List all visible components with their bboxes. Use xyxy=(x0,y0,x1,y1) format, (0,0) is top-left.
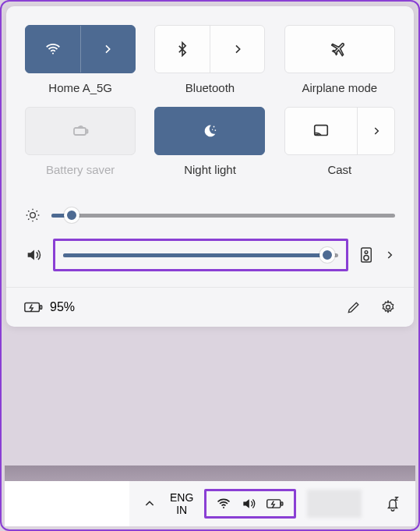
chevron-right-icon xyxy=(231,43,244,55)
battery-charging-icon xyxy=(266,497,284,511)
tiles-grid: Home A_5G Bluetooth xyxy=(25,25,395,176)
bluetooth-icon xyxy=(175,41,190,57)
tray-overflow-button[interactable] xyxy=(143,497,156,510)
svg-point-10 xyxy=(365,251,368,254)
svg-point-5 xyxy=(212,129,213,129)
bluetooth-toggle[interactable] xyxy=(155,26,210,73)
airplane-icon xyxy=(331,41,348,58)
cast-toggle[interactable] xyxy=(285,108,358,154)
chevron-right-icon xyxy=(101,43,114,55)
desktop-backdrop xyxy=(5,466,415,481)
pencil-icon xyxy=(346,299,362,315)
chevron-right-icon xyxy=(371,126,382,136)
brightness-slider[interactable] xyxy=(51,207,395,223)
cast-expand[interactable] xyxy=(358,108,394,154)
svg-rect-17 xyxy=(281,502,283,505)
bell-snooze-icon xyxy=(384,495,401,512)
svg-point-11 xyxy=(364,255,369,260)
svg-rect-6 xyxy=(315,126,328,136)
cast-tile[interactable] xyxy=(284,107,395,155)
battery-percent: 95% xyxy=(50,300,75,314)
svg-rect-1 xyxy=(74,128,86,135)
battery-saver-tile xyxy=(25,107,136,155)
svg-point-15 xyxy=(223,507,224,508)
wifi-icon xyxy=(216,496,231,512)
volume-highlight xyxy=(53,239,348,271)
cast-icon xyxy=(312,122,330,140)
volume-icon xyxy=(241,496,256,512)
svg-point-0 xyxy=(52,52,54,54)
system-tray-highlight[interactable] xyxy=(204,489,296,519)
audio-output-icon[interactable] xyxy=(359,246,373,264)
wifi-label: Home A_5G xyxy=(48,81,112,94)
volume-icon xyxy=(25,246,42,264)
language-indicator[interactable]: ENG IN xyxy=(170,491,193,516)
svg-point-7 xyxy=(315,134,316,136)
wifi-icon xyxy=(44,41,62,58)
lang-bottom: IN xyxy=(170,504,193,516)
battery-charging-icon xyxy=(23,299,44,315)
brightness-icon xyxy=(25,207,41,223)
battery-saver-icon xyxy=(71,122,90,140)
night-light-tile[interactable] xyxy=(154,107,265,155)
cast-label: Cast xyxy=(327,163,351,176)
svg-point-14 xyxy=(386,306,390,310)
bluetooth-tile[interactable] xyxy=(154,25,265,73)
battery-status[interactable]: 95% xyxy=(23,299,75,315)
svg-point-8 xyxy=(30,213,36,218)
brightness-row xyxy=(25,207,395,223)
bluetooth-expand[interactable] xyxy=(210,26,265,73)
battery-saver-label: Battery saver xyxy=(46,163,115,176)
notifications-button[interactable] xyxy=(384,495,401,512)
volume-slider[interactable] xyxy=(63,247,338,263)
wifi-expand[interactable] xyxy=(81,26,136,73)
svg-rect-13 xyxy=(40,306,41,310)
wifi-toggle[interactable] xyxy=(26,26,81,73)
svg-point-3 xyxy=(214,126,215,128)
gear-icon xyxy=(380,299,396,315)
volume-row xyxy=(25,239,395,271)
wifi-tile[interactable] xyxy=(25,25,136,73)
night-light-icon xyxy=(201,122,218,140)
bluetooth-label: Bluetooth xyxy=(185,81,235,94)
quick-settings-panel: Home A_5G Bluetooth xyxy=(6,6,414,327)
panel-footer: 95% xyxy=(6,287,414,327)
svg-rect-2 xyxy=(86,130,88,133)
settings-button[interactable] xyxy=(379,299,397,316)
taskbar-left-blank xyxy=(5,481,129,526)
lang-top: ENG xyxy=(170,491,193,504)
night-light-label: Night light xyxy=(184,163,236,176)
airplane-label: Airplane mode xyxy=(302,81,377,94)
airplane-tile[interactable] xyxy=(284,25,395,73)
svg-point-4 xyxy=(215,129,217,131)
taskbar-clock-blurred[interactable] xyxy=(307,490,362,518)
chevron-up-icon xyxy=(143,497,156,510)
edit-button[interactable] xyxy=(345,299,362,316)
volume-expand-icon[interactable] xyxy=(384,250,395,260)
taskbar: ENG IN xyxy=(5,481,415,526)
